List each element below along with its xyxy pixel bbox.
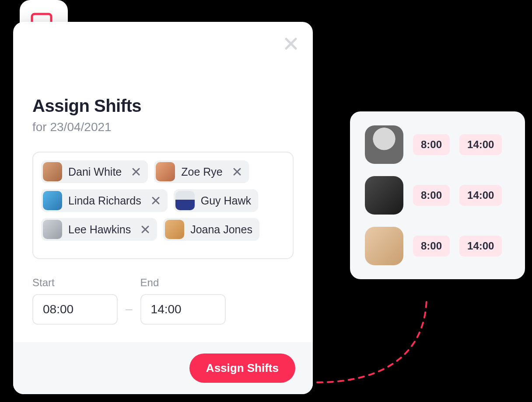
avatar: [365, 227, 403, 265]
close-icon: [132, 167, 140, 176]
person-name: Joana Jones: [190, 223, 256, 236]
assign-shifts-button[interactable]: Assign Shifts: [189, 353, 295, 383]
avatar: [175, 191, 195, 210]
person-name: Guy Hawk: [201, 194, 255, 207]
close-icon: [151, 196, 160, 205]
person-chip[interactable]: Lee Hawkins: [41, 218, 157, 241]
person-chip[interactable]: Joana Jones: [163, 218, 259, 241]
time-range-separator: –: [126, 302, 133, 325]
shift-start-time: 8:00: [413, 185, 450, 206]
shift-start-time: 8:00: [413, 134, 450, 155]
dialog-title: Assign Shifts: [32, 96, 294, 116]
person-name: Zoe Rye: [181, 166, 228, 178]
shift-start-time: 8:00: [413, 236, 450, 256]
close-icon: [284, 37, 298, 50]
remove-person-button[interactable]: [128, 163, 144, 180]
people-selector[interactable]: Dani White Zoe Rye Linda Richards: [32, 152, 294, 259]
avatar: [43, 191, 62, 210]
dialog-subtitle: for 23/04/2021: [32, 120, 294, 134]
end-label: End: [140, 277, 226, 289]
assigned-shifts-card: 8:00 14:00 8:00 14:00 8:00 14:00: [350, 111, 525, 279]
start-label: Start: [32, 277, 118, 289]
avatar: [43, 220, 62, 239]
close-button[interactable]: [281, 34, 301, 53]
avatar: [365, 176, 403, 215]
person-chip[interactable]: Linda Richards: [41, 189, 168, 212]
person-chip[interactable]: Guy Hawk: [174, 189, 258, 212]
shift-row: 8:00 14:00: [365, 176, 510, 215]
person-chip[interactable]: Zoe Rye: [154, 160, 248, 183]
dialog-footer: Assign Shifts: [13, 342, 313, 394]
remove-person-button[interactable]: [229, 163, 245, 180]
person-name: Dani White: [68, 166, 128, 178]
shift-row: 8:00 14:00: [365, 227, 510, 265]
shift-row: 8:00 14:00: [365, 125, 510, 164]
shift-end-time: 14:00: [459, 185, 502, 206]
avatar: [43, 162, 62, 181]
close-icon: [233, 167, 242, 176]
remove-person-button[interactable]: [137, 221, 154, 238]
assign-shifts-dialog: Assign Shifts for 23/04/2021 Dani White …: [13, 22, 313, 394]
person-name: Linda Richards: [68, 194, 147, 207]
end-time-input[interactable]: [140, 294, 226, 325]
close-icon: [141, 225, 150, 234]
remove-person-button[interactable]: [147, 192, 164, 209]
connector-line: [315, 297, 446, 393]
avatar: [156, 162, 175, 181]
avatar: [165, 220, 184, 239]
shift-end-time: 14:00: [459, 134, 502, 155]
person-name: Lee Hawkins: [68, 223, 137, 236]
person-chip[interactable]: Dani White: [41, 160, 148, 183]
start-time-input[interactable]: [32, 294, 118, 325]
avatar: [365, 125, 403, 164]
shift-end-time: 14:00: [459, 236, 502, 256]
